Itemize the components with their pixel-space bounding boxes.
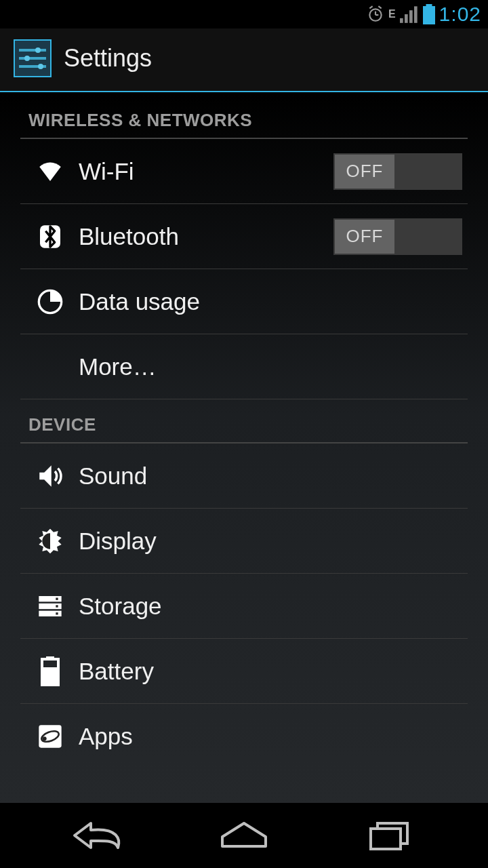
toggle-state-label: OFF [335, 155, 394, 189]
settings-item-label: Sound [75, 462, 462, 490]
svg-rect-24 [56, 605, 58, 607]
svg-rect-10 [423, 6, 435, 24]
svg-point-32 [43, 736, 47, 741]
wifi-icon [26, 157, 75, 186]
settings-item-display[interactable]: Display [20, 509, 468, 574]
svg-rect-33 [371, 829, 401, 849]
svg-rect-22 [56, 597, 58, 599]
app-header: Settings [0, 28, 488, 92]
svg-rect-25 [39, 610, 61, 616]
home-button[interactable] [197, 812, 291, 859]
svg-point-13 [35, 47, 41, 53]
svg-rect-29 [42, 667, 58, 685]
svg-rect-23 [39, 603, 61, 608]
section-header-device: DEVICE [20, 399, 468, 443]
svg-point-17 [38, 64, 43, 69]
battery-settings-icon [26, 656, 75, 686]
settings-item-label: Bluetooth [75, 223, 333, 250]
sound-icon [26, 462, 75, 490]
settings-item-sound[interactable]: Sound [20, 443, 468, 509]
svg-rect-9 [426, 4, 432, 6]
settings-item-more[interactable]: More… [20, 334, 468, 399]
settings-item-battery[interactable]: Battery [20, 639, 468, 704]
svg-rect-8 [414, 6, 418, 23]
svg-rect-5 [400, 18, 403, 23]
signal-icon [400, 5, 419, 23]
settings-app-icon [14, 39, 52, 77]
settings-item-label: Wi-Fi [75, 158, 333, 185]
bluetooth-toggle[interactable]: OFF [333, 218, 462, 255]
section-header-wireless: WIRELESS & NETWORKS [20, 95, 468, 139]
settings-list[interactable]: WIRELESS & NETWORKS Wi-Fi OFF Bluetooth … [0, 95, 488, 803]
alarm-icon [367, 5, 384, 23]
navigation-bar [0, 803, 488, 868]
settings-item-label: Apps [75, 723, 462, 750]
svg-rect-6 [405, 14, 408, 23]
svg-rect-7 [409, 10, 413, 23]
settings-item-label: Storage [75, 593, 462, 620]
settings-item-storage[interactable]: Storage [20, 574, 468, 639]
wifi-toggle[interactable]: OFF [333, 153, 462, 190]
battery-icon [423, 4, 435, 24]
network-type-indicator: E [388, 8, 396, 20]
settings-item-label: Display [75, 528, 462, 555]
settings-item-label: More… [75, 353, 462, 380]
apps-icon [26, 723, 75, 750]
settings-item-wifi[interactable]: Wi-Fi OFF [20, 139, 468, 204]
status-clock: 1:02 [439, 3, 481, 26]
storage-icon [26, 593, 75, 620]
settings-item-label: Battery [75, 658, 462, 685]
svg-line-3 [369, 6, 372, 8]
recent-apps-button[interactable] [342, 812, 437, 859]
settings-item-label: Data usage [75, 288, 462, 315]
bluetooth-icon [26, 223, 75, 250]
toggle-state-label: OFF [335, 220, 394, 254]
page-title: Settings [64, 44, 152, 73]
svg-rect-21 [39, 596, 61, 601]
svg-line-4 [378, 6, 381, 8]
svg-point-15 [24, 56, 30, 61]
settings-item-apps[interactable]: Apps [20, 704, 468, 769]
data-usage-icon [26, 288, 75, 315]
svg-rect-26 [56, 612, 58, 614]
status-bar: E 1:02 [0, 0, 488, 28]
settings-item-data-usage[interactable]: Data usage [20, 269, 468, 334]
settings-item-bluetooth[interactable]: Bluetooth OFF [20, 204, 468, 269]
display-icon [26, 528, 75, 555]
back-button[interactable] [51, 812, 146, 859]
